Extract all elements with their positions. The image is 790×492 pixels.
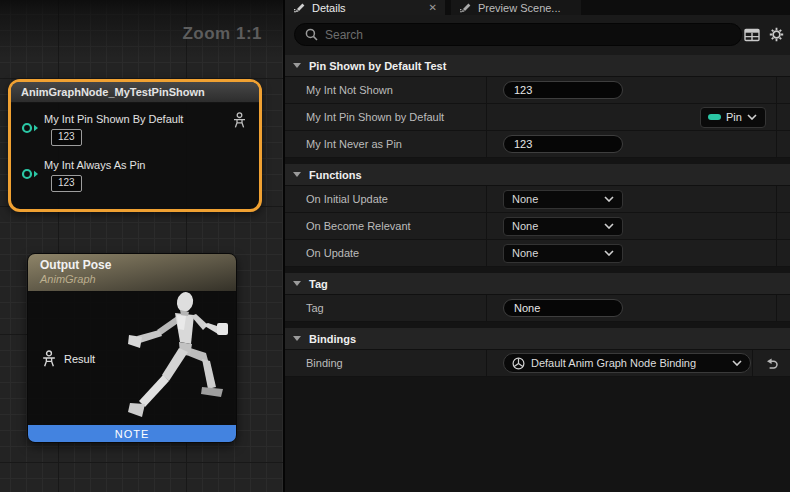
property-row-on-become-relevant: On Become Relevant None xyxy=(285,213,790,240)
binding-orb-icon xyxy=(512,357,525,370)
person-pin-icon[interactable] xyxy=(232,112,247,129)
note-banner[interactable]: NOTE xyxy=(28,425,236,442)
property-row-my-int-not-shown: My Int Not Shown xyxy=(285,77,790,104)
tab-label: Preview Scene... xyxy=(478,2,561,14)
function-select[interactable]: None xyxy=(503,217,623,236)
property-row-my-int-pin-shown-by-default: My Int Pin Shown by Default Pin xyxy=(285,104,790,131)
details-pencil-icon xyxy=(293,2,306,13)
node-pin-row: My Int Pin Shown By Default 123 xyxy=(11,110,259,150)
search-input[interactable] xyxy=(325,28,731,42)
section-header-bindings[interactable]: Bindings xyxy=(285,328,790,350)
int-pin-icon[interactable] xyxy=(21,122,40,134)
details-toolbar xyxy=(285,15,790,55)
property-label: On Update xyxy=(285,240,487,266)
int-value-input[interactable] xyxy=(503,81,623,99)
property-row-my-int-never-as-pin: My Int Never as Pin xyxy=(285,131,790,158)
property-label: On Become Relevant xyxy=(285,213,487,239)
section-header-functions[interactable]: Functions xyxy=(285,164,790,186)
property-row-binding: Binding Default Anim Graph Node Binding xyxy=(285,350,790,377)
running-mannequin-illustration xyxy=(128,290,234,430)
property-row-on-update: On Update None xyxy=(285,240,790,267)
binding-dropdown[interactable]: Default Anim Graph Node Binding xyxy=(503,353,751,373)
result-pose-pin[interactable]: Result xyxy=(41,350,95,368)
reset-to-default-icon[interactable] xyxy=(765,357,779,369)
section-header-pin-shown[interactable]: Pin Shown by Default Test xyxy=(285,55,790,77)
collapse-arrow-icon xyxy=(293,63,301,68)
pin-state-icon xyxy=(708,114,721,120)
function-select[interactable]: None xyxy=(503,190,623,209)
chevron-down-icon xyxy=(747,114,757,120)
graph-node-test-pin-shown[interactable]: AnimGraphNode_MyTestPinShown My Int Pin … xyxy=(8,79,262,212)
tab-label: Details xyxy=(312,2,346,14)
details-panel: Details ✕ Preview Scene... xyxy=(285,0,790,492)
output-node-title-bar[interactable]: Output Pose AnimGraph xyxy=(28,254,236,292)
property-label: Binding xyxy=(285,350,487,376)
property-label: My Int Pin Shown by Default xyxy=(285,104,487,130)
person-pin-icon xyxy=(41,350,57,368)
graph-node-output-pose[interactable]: Output Pose AnimGraph xyxy=(27,253,237,443)
node-title-bar[interactable]: AnimGraphNode_MyTestPinShown xyxy=(11,82,259,103)
collapse-arrow-icon xyxy=(293,281,301,286)
property-label: On Initial Update xyxy=(285,186,487,212)
property-matrix-icon[interactable] xyxy=(744,28,760,42)
zoom-indicator: Zoom 1:1 xyxy=(0,24,262,44)
pin-label: My Int Pin Shown By Default xyxy=(44,113,183,125)
tab-details[interactable]: Details ✕ xyxy=(285,0,445,15)
collapse-arrow-icon xyxy=(293,336,301,341)
result-pin-label: Result xyxy=(64,353,95,365)
pin-default-value[interactable]: 123 xyxy=(51,175,82,192)
details-pencil-icon xyxy=(459,2,472,13)
int-value-input[interactable] xyxy=(503,135,623,153)
output-node-body: Result xyxy=(28,292,236,427)
output-node-title: Output Pose xyxy=(40,258,224,272)
chevron-down-icon xyxy=(604,223,614,229)
tab-preview-scene[interactable]: Preview Scene... xyxy=(451,0,581,15)
pin-default-value[interactable]: 123 xyxy=(51,129,82,146)
collapse-arrow-icon xyxy=(293,172,301,177)
section-header-tag[interactable]: Tag xyxy=(285,273,790,295)
property-row-tag: Tag xyxy=(285,295,790,322)
chevron-down-icon xyxy=(604,196,614,202)
settings-gear-icon[interactable] xyxy=(769,27,784,42)
search-icon xyxy=(305,28,318,41)
search-box[interactable] xyxy=(294,23,742,46)
chevron-down-icon xyxy=(604,250,614,256)
int-pin-icon[interactable] xyxy=(21,168,40,180)
pin-label: My Int Always As Pin xyxy=(44,159,145,171)
property-row-on-initial-update: On Initial Update None xyxy=(285,186,790,213)
node-pin-row: My Int Always As Pin 123 xyxy=(11,156,259,196)
property-label: My Int Never as Pin xyxy=(285,131,487,157)
function-select[interactable]: None xyxy=(503,244,623,263)
output-node-subtitle: AnimGraph xyxy=(40,273,224,285)
tag-value-input[interactable] xyxy=(503,299,623,317)
anim-graph-canvas[interactable]: Zoom 1:1 AnimGraphNode_MyTestPinShown My… xyxy=(0,0,285,492)
property-label: My Int Not Shown xyxy=(285,77,487,103)
panel-tab-bar: Details ✕ Preview Scene... xyxy=(285,0,790,15)
property-label: Tag xyxy=(285,295,487,321)
chevron-down-icon xyxy=(732,360,742,366)
unreal-editor-window: Zoom 1:1 AnimGraphNode_MyTestPinShown My… xyxy=(0,0,790,492)
pin-visibility-dropdown[interactable]: Pin xyxy=(700,107,766,128)
tab-close-icon[interactable]: ✕ xyxy=(429,2,437,13)
node-title: AnimGraphNode_MyTestPinShown xyxy=(21,86,205,98)
